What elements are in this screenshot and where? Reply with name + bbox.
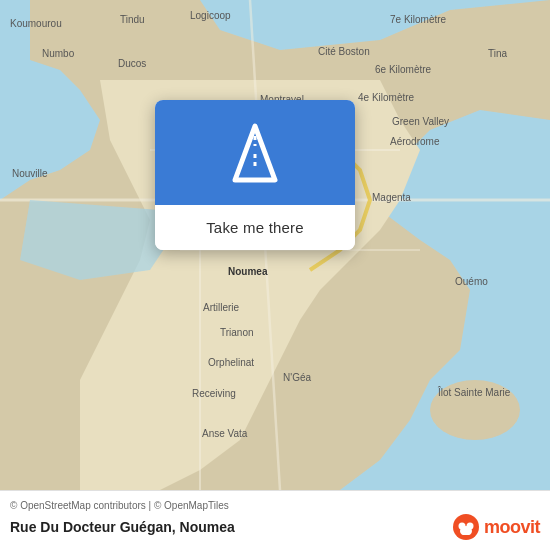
svg-point-6 bbox=[430, 380, 520, 440]
map-attribution: © OpenStreetMap contributors | © OpenMap… bbox=[10, 500, 540, 511]
svg-point-11 bbox=[458, 523, 465, 530]
location-popup: Take me there bbox=[155, 100, 355, 250]
moovit-logo: moovit bbox=[452, 513, 540, 541]
bottom-info-bar: © OpenStreetMap contributors | © OpenMap… bbox=[0, 490, 550, 550]
svg-point-12 bbox=[466, 523, 473, 530]
take-me-there-button[interactable]: Take me there bbox=[155, 205, 355, 250]
map-view: Koumourou Tindu Logicoop 7e Kilomètre Nu… bbox=[0, 0, 550, 490]
location-label: Rue Du Docteur Guégan, Noumea bbox=[10, 519, 235, 535]
moovit-brand-icon bbox=[452, 513, 480, 541]
moovit-brand-text: moovit bbox=[484, 517, 540, 538]
popup-icon-background bbox=[155, 100, 355, 205]
road-icon bbox=[220, 118, 290, 188]
